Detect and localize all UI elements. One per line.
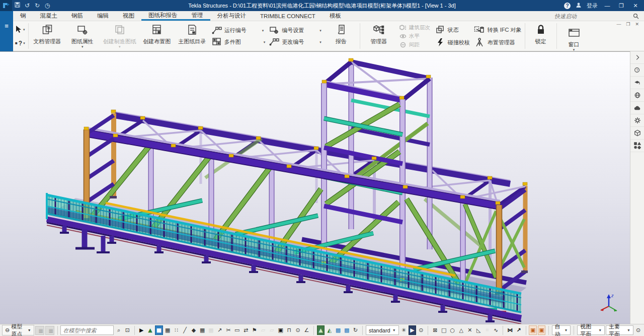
undo-icon[interactable]: ↺: [22, 2, 32, 9]
view-minimize-button[interactable]: —: [616, 22, 621, 27]
snap-green-triangle-icon[interactable]: ▲: [146, 325, 154, 335]
report-button[interactable]: 报告: [324, 21, 359, 51]
drawing-properties-button[interactable]: 图纸属性 ▾: [65, 21, 100, 51]
quick-launch-input[interactable]: [553, 13, 631, 20]
select-arrow-ne-icon[interactable]: ↗: [515, 325, 522, 335]
chevron-down-icon[interactable]: ▾: [319, 29, 321, 32]
chevron-down-icon[interactable]: ▾: [262, 29, 264, 32]
chevron-down-icon[interactable]: ▾: [319, 41, 321, 43]
menu-analysis-design[interactable]: 分析与设计: [210, 11, 254, 21]
select-marks-icon[interactable]: △: [457, 325, 465, 335]
menu-rebar[interactable]: 钢筋: [64, 11, 90, 21]
snap-rect-icon[interactable]: ▭: [233, 325, 241, 335]
select-cross-icon[interactable]: ✕: [466, 325, 473, 335]
view-close-button[interactable]: ✕: [635, 22, 639, 27]
manager-button[interactable]: 管理器: [361, 21, 396, 51]
menu-edit[interactable]: 编辑: [90, 11, 116, 21]
select-grid-off-icon[interactable]: ⌗: [484, 325, 491, 335]
view-restore-button[interactable]: ❐: [626, 22, 630, 27]
login-link[interactable]: 登录: [587, 2, 598, 10]
lock-button[interactable]: 锁定: [526, 21, 555, 51]
model-3d-view[interactable]: z: [0, 52, 630, 324]
cut-plane-icon[interactable]: ✂: [224, 325, 232, 335]
snap-grid-icon[interactable]: ▦: [164, 325, 172, 335]
help-icon[interactable]: ?: [564, 3, 571, 9]
minimize-button[interactable]: —: [603, 3, 612, 9]
select-arrow-icon[interactable]: ▶: [138, 325, 145, 335]
menu-concrete[interactable]: 混凝土: [33, 11, 65, 21]
window-button[interactable]: 窗口 ▾: [558, 24, 590, 51]
rotate-icon[interactable]: ↻: [352, 325, 359, 335]
menu-trimble-connect[interactable]: TRIMBLE CONNECT: [253, 11, 323, 21]
menu-view[interactable]: 视图: [116, 11, 141, 21]
ghost-b-icon[interactable]: ▱: [268, 325, 276, 335]
select-points-icon[interactable]: ○: [449, 325, 456, 335]
master-drawing-catalog-button[interactable]: 主图纸目录: [175, 21, 210, 51]
maximize-button[interactable]: ❐: [617, 3, 626, 9]
change-numbering-button[interactable]: 更改编号 ▾: [269, 38, 321, 46]
tekla-warehouse-cloud-icon[interactable]: [630, 102, 644, 114]
ortho-toggle-icon[interactable]: ▲: [317, 325, 325, 335]
representation-dropdown[interactable]: standard ▼: [366, 325, 399, 335]
hamburger-menu-icon[interactable]: ≡: [5, 22, 9, 51]
triangle-dot-icon[interactable]: ◭: [326, 325, 333, 335]
auto-dropdown[interactable]: 自动 ▼: [552, 325, 571, 335]
snap-points-icon[interactable]: ∷: [173, 325, 180, 335]
multi-drawing-button[interactable]: 多件图 ▾: [212, 38, 266, 46]
save-icon[interactable]: [12, 2, 22, 9]
work-plane-dropdown[interactable]: 主要平面 ▼: [606, 325, 633, 335]
menu-template[interactable]: 模板: [323, 11, 348, 21]
snap-line-icon[interactable]: ╱: [181, 325, 189, 335]
grid-display-icon[interactable]: ▦: [199, 325, 206, 335]
numbering-settings-button[interactable]: 编号设置 ▾: [269, 26, 321, 34]
create-layout-drawing-button[interactable]: 创建布置图: [139, 21, 175, 51]
select-all-icon[interactable]: ⊠: [431, 325, 439, 335]
chevron-down-icon[interactable]: ▾: [23, 42, 25, 44]
document-manager-button[interactable]: 文档管理器: [30, 21, 65, 51]
menu-steel[interactable]: 钢: [13, 11, 33, 21]
shape-catalog-icon[interactable]: [630, 140, 644, 152]
search-icon[interactable]: [633, 13, 639, 19]
close-button[interactable]: ✕: [631, 3, 640, 9]
chevron-down-icon[interactable]: ▾: [23, 28, 25, 31]
ghost-a-icon[interactable]: ▱: [259, 325, 267, 335]
layout-manager-button[interactable]: 布置管理器: [474, 38, 522, 47]
history-clock-icon[interactable]: ◷: [42, 2, 52, 9]
select-wave-icon[interactable]: ∿: [492, 325, 500, 335]
visibility-icon[interactable]: ⊙: [417, 325, 425, 335]
select-assembly-icon[interactable]: ▣: [538, 325, 545, 335]
offset-icon[interactable]: ⇄: [242, 325, 250, 335]
tekla-online-icon[interactable]: [630, 89, 644, 102]
grid-faint-icon[interactable]: ▦: [207, 325, 215, 335]
chevron-down-icon[interactable]: ▾: [82, 45, 84, 48]
select-cursor-tool[interactable]: ▾: [15, 25, 25, 33]
magnifier-box-icon[interactable]: ⊡: [124, 325, 131, 335]
flag-icon[interactable]: ⚑: [251, 325, 258, 335]
model-viewport[interactable]: z: [0, 51, 630, 324]
magnifier-icon[interactable]: ⌕: [115, 325, 122, 335]
help-search-icon[interactable]: ?: [630, 64, 644, 77]
perp-snap-icon[interactable]: ⊓: [285, 325, 293, 335]
settings-gear-icon[interactable]: [630, 114, 644, 127]
select-hourglass-icon[interactable]: ⋈: [506, 325, 514, 335]
redo-icon[interactable]: ↻: [32, 2, 42, 9]
snap-solid-icon[interactable]: ◆: [190, 325, 197, 335]
plane-b-icon[interactable]: ▩: [343, 325, 351, 335]
convert-ifc-button[interactable]: 转换 IFC 对象: [474, 25, 522, 34]
components-cube-icon[interactable]: [630, 127, 644, 140]
inquire-tool[interactable]: ■? ▾: [15, 40, 25, 47]
chevron-down-icon[interactable]: ▾: [264, 41, 266, 43]
tekla-campus-icon[interactable]: [630, 77, 644, 89]
menu-manage[interactable]: 管理: [185, 11, 210, 19]
plane-visibility-eye-icon[interactable]: ⊙: [634, 325, 642, 335]
plane-a-icon[interactable]: ▩: [334, 325, 342, 335]
dark-grid-icon[interactable]: ▣: [277, 325, 284, 335]
model-search-input[interactable]: [60, 325, 114, 335]
user-icon[interactable]: [576, 2, 582, 9]
model-origin-dropdown[interactable]: ⊖ 模型原点 ▼: [2, 325, 34, 335]
angle-snap-icon[interactable]: ∠: [303, 325, 310, 335]
select-perp-icon[interactable]: ◺: [475, 325, 482, 335]
expand-chevron-icon[interactable]: [630, 51, 644, 64]
eye-snap-icon[interactable]: ⊙: [294, 325, 301, 335]
clash-check-button[interactable]: 碰撞校核: [435, 38, 470, 47]
